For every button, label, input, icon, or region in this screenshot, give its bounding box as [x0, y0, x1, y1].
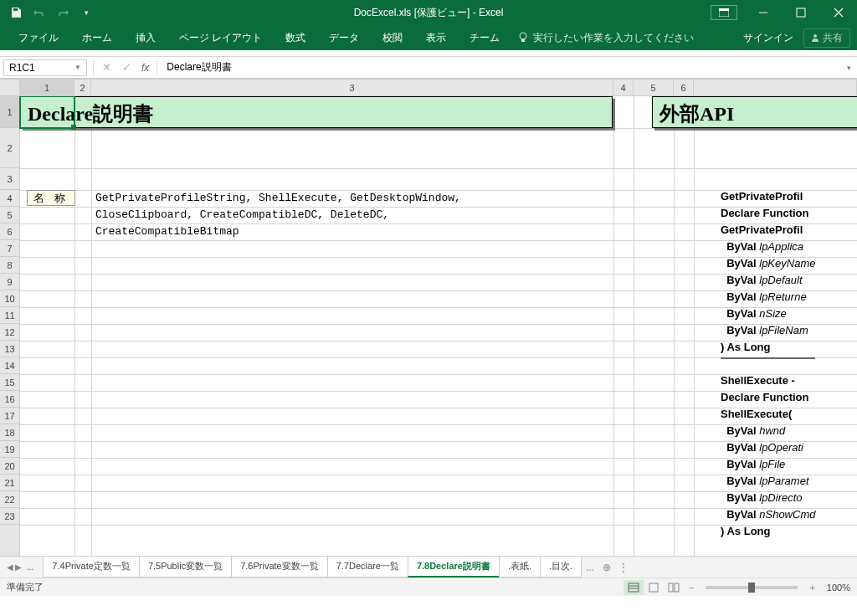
sheet-tab-active[interactable]: 7.8Declare説明書	[408, 557, 500, 578]
col-header[interactable]: 3	[91, 80, 613, 95]
row-header[interactable]: 4	[0, 190, 19, 207]
col-header[interactable]: 2	[74, 80, 91, 95]
col-header[interactable]	[694, 80, 857, 95]
redo-icon[interactable]	[54, 3, 72, 22]
row-header[interactable]: 13	[0, 341, 19, 357]
tell-me-search[interactable]: 実行したい作業を入力してください	[518, 31, 694, 45]
cell-r3[interactable]: GetPrivateProfileString, ShellExecute, G…	[95, 192, 461, 204]
row-header[interactable]: 7	[0, 240, 19, 257]
maximize-button[interactable]	[782, 0, 819, 25]
code-line[interactable]: Declare Function	[721, 207, 815, 223]
sheet-tab[interactable]: 7.7Declare一覧	[327, 557, 408, 578]
row-header[interactable]: 6	[0, 223, 19, 240]
tab-file[interactable]: ファイル	[7, 25, 70, 50]
cell-r4[interactable]: CloseClipboard, CreateCompatibleDC, Dele…	[95, 208, 389, 221]
sheet-tab[interactable]: .目次.	[540, 557, 582, 578]
zoom-out-button[interactable]: −	[684, 583, 699, 593]
col-header[interactable]: 5	[634, 80, 674, 95]
select-all-corner[interactable]	[0, 80, 20, 95]
zoom-slider[interactable]	[706, 586, 798, 589]
code-line[interactable]: ) As Long	[721, 525, 815, 542]
col-header[interactable]: 6	[674, 80, 694, 95]
row-header[interactable]: 12	[0, 324, 19, 341]
code-line[interactable]: ByVal lpDefault	[721, 274, 815, 290]
title-cell-declare[interactable]: Declare説明書	[20, 96, 613, 128]
ribbon-display-icon[interactable]	[711, 5, 737, 20]
code-line[interactable]: ByVal hwnd	[721, 424, 815, 441]
row-header[interactable]: 16	[0, 391, 19, 408]
code-line[interactable]: ByVal lpOperati	[721, 441, 815, 458]
share-button[interactable]: 共有	[803, 28, 850, 48]
sheet-tab[interactable]: .表紙.	[499, 557, 541, 578]
chevron-down-icon[interactable]: ▼	[74, 64, 81, 71]
fx-button[interactable]: fx	[136, 62, 154, 74]
row-header[interactable]: 15	[0, 374, 19, 391]
view-pagebreak-icon[interactable]	[664, 580, 684, 595]
row-header[interactable]: 18	[0, 424, 19, 441]
tab-insert[interactable]: 挿入	[124, 25, 167, 50]
cell-r5[interactable]: CreateCompatibleBitmap	[95, 225, 239, 238]
code-line[interactable]: ) As Long	[721, 341, 815, 357]
sheet-nav-next-icon[interactable]: ▶	[15, 562, 22, 572]
row-header[interactable]: 19	[0, 441, 19, 458]
col-header[interactable]: 1	[20, 80, 74, 95]
signin-link[interactable]: サインイン	[743, 31, 793, 45]
formula-input[interactable]: Declare説明書	[160, 57, 840, 78]
close-button[interactable]	[819, 0, 857, 25]
row-header[interactable]: 2	[0, 128, 19, 168]
sheet-nav-prev-icon[interactable]: ◀	[7, 562, 13, 572]
view-normal-icon[interactable]	[624, 580, 644, 595]
code-line[interactable]	[721, 357, 815, 374]
code-line[interactable]: Declare Function	[721, 391, 815, 408]
undo-icon[interactable]	[30, 3, 49, 22]
view-pagelayout-icon[interactable]	[644, 580, 664, 595]
row-header[interactable]: 20	[0, 458, 19, 475]
row-header[interactable]: 11	[0, 307, 19, 324]
title-cell-api[interactable]: 外部API	[652, 96, 857, 128]
tab-review[interactable]: 校閲	[371, 25, 414, 50]
expand-formula-icon[interactable]: ▾	[840, 64, 857, 72]
sheet-overflow[interactable]: ...	[23, 562, 37, 572]
code-line[interactable]: GetPrivateProfil	[721, 223, 815, 240]
row-header[interactable]: 21	[0, 475, 19, 491]
row-header[interactable]: 8	[0, 257, 19, 274]
row-header[interactable]: 9	[0, 274, 19, 290]
row-header[interactable]: 23	[0, 508, 19, 525]
zoom-in-button[interactable]: +	[804, 583, 819, 593]
row-header[interactable]: 17	[0, 408, 19, 424]
add-sheet-icon[interactable]: ⊕	[598, 557, 615, 578]
row-header[interactable]: 10	[0, 290, 19, 307]
sheet-tab[interactable]: 7.5Public変数一覧	[139, 557, 232, 578]
tab-formulas[interactable]: 数式	[274, 25, 317, 50]
name-box[interactable]: R1C1 ▼	[3, 59, 87, 76]
code-line[interactable]: ByVal lpReturne	[721, 290, 815, 307]
col-header[interactable]: 4	[613, 80, 634, 95]
tab-team[interactable]: チーム	[458, 25, 511, 50]
cancel-icon[interactable]: ✕	[96, 59, 116, 77]
sheet-tab[interactable]: 7.4Private定数一覧	[43, 557, 140, 578]
cells-area[interactable]: Declare説明書 外部API 名 称 GetPrivateProfileSt…	[20, 96, 857, 556]
code-line[interactable]: ByVal lpFile	[721, 458, 815, 475]
code-line[interactable]: ByVal lpFileNam	[721, 324, 815, 341]
code-line[interactable]: ShellExecute -	[721, 374, 815, 391]
label-name[interactable]: 名 称	[27, 190, 75, 206]
tab-view[interactable]: 表示	[414, 25, 458, 50]
qat-dropdown-icon[interactable]: ▾	[77, 3, 95, 22]
tab-home[interactable]: ホーム	[70, 25, 124, 50]
code-line[interactable]: ByVal lpApplica	[721, 240, 815, 257]
tab-pagelayout[interactable]: ページ レイアウト	[167, 25, 274, 50]
code-line[interactable]: ByVal lpKeyName	[721, 257, 815, 274]
minimize-button[interactable]	[744, 0, 782, 25]
sheet-tab[interactable]: 7.6Private変数一覧	[231, 557, 328, 578]
code-line[interactable]: ByVal lpParamet	[721, 475, 815, 491]
zoom-level[interactable]: 100%	[820, 583, 850, 593]
sheet-overflow-icon[interactable]: ...	[582, 557, 598, 578]
row-header[interactable]: 1	[0, 96, 19, 128]
row-header[interactable]: 5	[0, 207, 19, 223]
sheet-menu-icon[interactable]: ⋮	[615, 557, 632, 578]
code-line[interactable]: GetPrivateProfil	[721, 190, 815, 207]
row-header[interactable]: 14	[0, 357, 19, 374]
code-line[interactable]: ShellExecute(	[721, 408, 815, 424]
enter-icon[interactable]: ✓	[116, 59, 136, 77]
row-header[interactable]: 22	[0, 491, 19, 508]
